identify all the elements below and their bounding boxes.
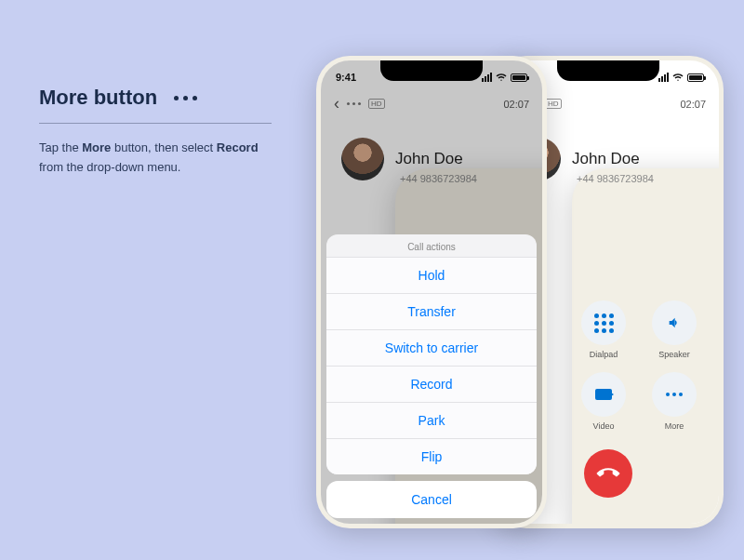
- more-button[interactable]: [652, 372, 697, 417]
- instruction-title: More button: [39, 86, 157, 110]
- dialpad-button[interactable]: [581, 300, 626, 345]
- hd-badge: HD: [545, 99, 562, 109]
- divider: [39, 123, 272, 124]
- wifi-icon: [672, 72, 684, 83]
- speaker-icon: [666, 315, 683, 330]
- phone-icon: [592, 458, 624, 489]
- video-button[interactable]: [581, 372, 626, 417]
- contact-name: John Doe: [572, 150, 640, 168]
- speaker-button[interactable]: [652, 300, 697, 345]
- sheet-item-hold[interactable]: Hold: [326, 257, 537, 293]
- sheet-item-record[interactable]: Record: [326, 366, 537, 402]
- hangup-button[interactable]: [584, 449, 632, 498]
- phone-mock-front: 9:41 ‹ HD 02:07 John Doe +: [316, 56, 547, 528]
- sheet-item-flip[interactable]: Flip: [326, 438, 537, 474]
- signal-icon: [658, 73, 669, 82]
- action-sheet: Call actions Hold Transfer Switch to car…: [326, 234, 537, 474]
- video-icon: [595, 389, 612, 400]
- sheet-cancel[interactable]: Cancel: [326, 481, 537, 518]
- dialpad-icon: [594, 313, 614, 333]
- more-icon: [174, 96, 197, 100]
- call-duration: 02:07: [680, 99, 706, 110]
- instruction-text: Tap the More button, then select Record …: [39, 139, 272, 178]
- sheet-item-switch[interactable]: Switch to carrier: [326, 329, 537, 366]
- more-dots-icon: [666, 393, 683, 396]
- battery-icon: [687, 73, 704, 82]
- sheet-item-park[interactable]: Park: [326, 402, 537, 438]
- sheet-title: Call actions: [326, 234, 537, 257]
- sheet-item-transfer[interactable]: Transfer: [326, 293, 537, 329]
